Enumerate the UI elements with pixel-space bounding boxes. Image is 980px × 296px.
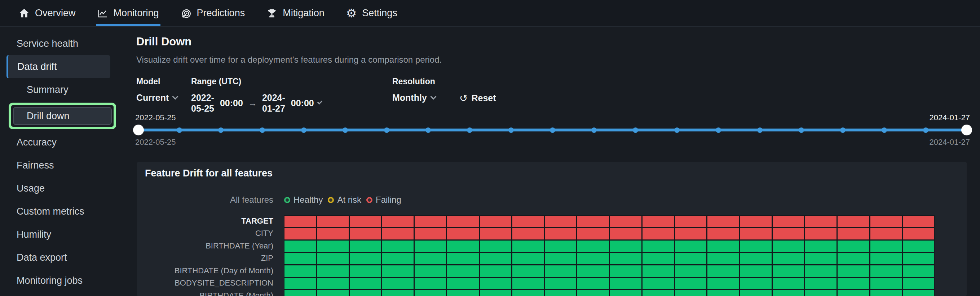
heatmap-cell[interactable] [317,265,348,277]
heatmap-cell[interactable] [447,228,479,240]
heatmap-cell[interactable] [610,216,641,227]
heatmap-cell[interactable] [480,265,511,277]
heatmap-cell[interactable] [610,290,641,296]
heatmap-cell[interactable] [382,228,414,240]
heatmap-cell[interactable] [805,241,837,252]
heatmap-cell[interactable] [285,265,316,277]
heatmap-cell[interactable] [577,290,609,296]
heatmap-cell[interactable] [545,290,576,296]
sidebar-item-custom-metrics[interactable]: Custom metrics [0,200,132,223]
heatmap-cell[interactable] [382,253,414,265]
heatmap-cell[interactable] [805,216,837,227]
heatmap-cell[interactable] [545,228,576,240]
heatmap-cell[interactable] [870,253,902,265]
heatmap-cell[interactable] [838,265,869,277]
heatmap-cell[interactable] [447,241,479,252]
heatmap-cell[interactable] [838,290,869,296]
heatmap-cell[interactable] [545,241,576,252]
heatmap-cell[interactable] [838,278,869,290]
sidebar-item-usage[interactable]: Usage [0,177,132,200]
sidebar-item-drill-down[interactable]: Drill down [13,107,112,125]
heatmap-cell[interactable] [285,228,316,240]
heatmap-cell[interactable] [903,228,934,240]
sidebar-item-fairness[interactable]: Fairness [0,154,132,177]
heatmap-cell[interactable] [415,265,446,277]
heatmap-cell[interactable] [870,278,902,290]
heatmap-cell[interactable] [480,228,511,240]
heatmap-cell[interactable] [480,241,511,252]
heatmap-cell[interactable] [512,228,544,240]
heatmap-cell[interactable] [707,290,739,296]
heatmap-cell[interactable] [577,228,609,240]
heatmap-cell[interactable] [480,278,511,290]
heatmap-cell[interactable] [512,290,544,296]
sidebar-item-accuracy[interactable]: Accuracy [0,131,132,154]
heatmap-cell[interactable] [903,241,934,252]
heatmap-cell[interactable] [350,216,381,227]
sidebar-item-monitoring-jobs[interactable]: Monitoring jobs [0,269,132,292]
heatmap-cell[interactable] [317,253,348,265]
heatmap-cell[interactable] [545,216,576,227]
heatmap-cell[interactable] [317,241,348,252]
heatmap-cell[interactable] [643,253,674,265]
heatmap-cell[interactable] [447,290,479,296]
heatmap-cell[interactable] [480,253,511,265]
sidebar-item-data-drift[interactable]: Data drift [6,55,110,78]
nav-item-monitoring[interactable]: Monitoring [96,0,161,26]
heatmap-cell[interactable] [838,241,869,252]
heatmap-cell[interactable] [903,253,934,265]
heatmap-cell[interactable] [740,228,772,240]
heatmap-cell[interactable] [870,290,902,296]
heatmap-cell[interactable] [577,253,609,265]
heatmap-cell[interactable] [382,290,414,296]
heatmap-cell[interactable] [610,278,641,290]
heatmap-cell[interactable] [447,253,479,265]
nav-item-mitigation[interactable]: Mitigation [265,0,326,26]
heatmap-cell[interactable] [610,228,641,240]
heatmap-cell[interactable] [773,278,804,290]
heatmap-cell[interactable] [577,241,609,252]
heatmap-cell[interactable] [545,278,576,290]
heatmap-cell[interactable] [317,290,348,296]
heatmap-cell[interactable] [447,278,479,290]
heatmap-cell[interactable] [285,241,316,252]
heatmap-cell[interactable] [707,228,739,240]
heatmap-cell[interactable] [643,278,674,290]
heatmap-cell[interactable] [643,216,674,227]
heatmap-cell[interactable] [610,265,641,277]
heatmap-cell[interactable] [285,216,316,227]
heatmap-cell[interactable] [707,278,739,290]
heatmap-cell[interactable] [740,278,772,290]
heatmap-cell[interactable] [740,216,772,227]
heatmap-cell[interactable] [707,253,739,265]
heatmap-cell[interactable] [903,290,934,296]
heatmap-cell[interactable] [675,241,706,252]
heatmap-cell[interactable] [350,253,381,265]
heatmap-cell[interactable] [610,241,641,252]
nav-item-predictions[interactable]: Predictions [179,0,247,26]
heatmap-cell[interactable] [675,253,706,265]
heatmap-cell[interactable] [415,253,446,265]
heatmap-cell[interactable] [870,265,902,277]
heatmap-cell[interactable] [545,253,576,265]
heatmap-cell[interactable] [838,228,869,240]
heatmap-cell[interactable] [773,241,804,252]
heatmap-cell[interactable] [415,216,446,227]
heatmap-cell[interactable] [480,290,511,296]
heatmap-cell[interactable] [317,216,348,227]
heatmap-cell[interactable] [740,265,772,277]
heatmap-cell[interactable] [707,241,739,252]
heatmap-cell[interactable] [512,216,544,227]
heatmap-cell[interactable] [610,253,641,265]
heatmap-cell[interactable] [447,265,479,277]
sidebar-item-data-export[interactable]: Data export [0,246,132,269]
model-dropdown[interactable]: Current [136,92,177,103]
timeline-track[interactable] [135,125,970,135]
heatmap-cell[interactable] [577,265,609,277]
heatmap-cell[interactable] [643,290,674,296]
heatmap-cell[interactable] [285,290,316,296]
heatmap-cell[interactable] [512,241,544,252]
heatmap-cell[interactable] [805,278,837,290]
heatmap-cell[interactable] [382,278,414,290]
heatmap-cell[interactable] [350,278,381,290]
